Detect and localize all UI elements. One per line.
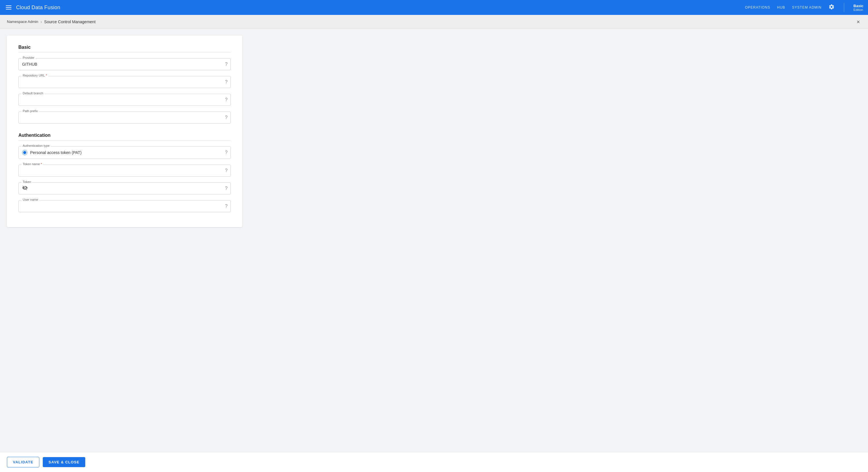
close-button[interactable]: × <box>856 18 861 26</box>
nav-hub[interactable]: HUB <box>777 5 785 9</box>
path-prefix-input[interactable] <box>22 115 219 120</box>
breadcrumb-separator: › <box>40 20 42 24</box>
token-name-field-group: Token name * ? <box>19 165 231 177</box>
breadcrumb-parent[interactable]: Namespace Admin <box>7 20 38 24</box>
provider-field-group: Provider GITHUB GITLAB BITBUCKET ? <box>19 58 231 70</box>
auth-type-pat-radio[interactable] <box>22 150 27 155</box>
token-name-input[interactable] <box>22 168 219 173</box>
username-field-group: User name ? <box>19 200 231 212</box>
auth-section: Authentication Authentication type Perso… <box>19 133 231 212</box>
provider-label: Provider <box>22 56 36 59</box>
token-help-icon[interactable]: ? <box>225 186 228 191</box>
token-wrapper: Token ? <box>19 182 231 194</box>
token-name-help-icon[interactable]: ? <box>225 168 228 173</box>
token-label: Token <box>22 180 32 183</box>
form-card: Basic Provider GITHUB GITLAB BITBUCKET ? <box>7 36 242 227</box>
main-content: Basic Provider GITHUB GITLAB BITBUCKET ? <box>0 29 868 455</box>
nav-system-admin[interactable]: SYSTEM ADMIN <box>792 5 822 9</box>
app-header: Cloud Data Fusion OPERATIONS HUB SYSTEM … <box>0 0 868 15</box>
breadcrumb-current: Source Control Management <box>44 20 96 24</box>
nav-operations[interactable]: OPERATIONS <box>745 5 770 9</box>
menu-toggle[interactable] <box>5 4 12 11</box>
username-label: User name <box>22 198 39 201</box>
default-branch-help-icon[interactable]: ? <box>225 97 228 102</box>
provider-wrapper: Provider GITHUB GITLAB BITBUCKET ? <box>19 58 231 70</box>
default-branch-label: Default branch <box>22 92 44 95</box>
repo-url-label: Repository URL * <box>22 74 48 77</box>
token-name-label: Token name * <box>22 162 43 166</box>
username-help-icon[interactable]: ? <box>225 204 228 209</box>
header-divider <box>844 3 844 12</box>
repo-url-field-group: Repository URL * ? <box>19 76 231 88</box>
path-prefix-field-group: Path prefix ? <box>19 111 231 124</box>
token-name-wrapper: Token name * ? <box>19 165 231 177</box>
save-close-button[interactable]: SAVE & CLOSE <box>43 457 85 467</box>
auth-type-pat-label: Personal access token (PAT) <box>30 150 82 155</box>
settings-icon[interactable] <box>828 4 835 11</box>
header-left: Cloud Data Fusion <box>5 4 745 11</box>
auth-type-wrapper: Authentication type Personal access toke… <box>19 146 231 159</box>
basic-section: Basic Provider GITHUB GITLAB BITBUCKET ? <box>19 45 231 124</box>
path-prefix-wrapper: Path prefix ? <box>19 111 231 124</box>
username-input[interactable] <box>22 204 219 208</box>
auth-type-pat-option[interactable]: Personal access token (PAT) <box>22 150 219 155</box>
header-right: OPERATIONS HUB SYSTEM ADMIN Basic Editio… <box>745 3 863 12</box>
visibility-off-icon[interactable] <box>22 185 28 192</box>
provider-help-icon[interactable]: ? <box>225 62 228 67</box>
action-bar: VALIDATE SAVE & CLOSE <box>0 452 868 472</box>
repo-url-help-icon[interactable]: ? <box>225 79 228 85</box>
token-field-group: Token ? <box>19 182 231 194</box>
auth-type-help-icon[interactable]: ? <box>225 150 228 155</box>
provider-select[interactable]: GITHUB GITLAB BITBUCKET <box>22 62 219 67</box>
breadcrumb-bar: Namespace Admin › Source Control Managem… <box>0 15 868 29</box>
path-prefix-help-icon[interactable]: ? <box>225 115 228 120</box>
edition-line1: Basic <box>854 4 863 8</box>
auth-type-label: Authentication type <box>22 144 51 147</box>
basic-section-title: Basic <box>19 45 231 50</box>
auth-type-field-group: Authentication type Personal access toke… <box>19 146 231 159</box>
app-title: Cloud Data Fusion <box>16 5 60 11</box>
edition-line2: Edition <box>854 8 863 11</box>
auth-section-title: Authentication <box>19 133 231 138</box>
default-branch-field-group: Default branch ? <box>19 94 231 106</box>
path-prefix-label: Path prefix <box>22 109 39 113</box>
breadcrumb: Namespace Admin › Source Control Managem… <box>7 20 96 24</box>
token-input[interactable] <box>28 186 219 191</box>
repo-url-wrapper: Repository URL * ? <box>19 76 231 88</box>
validate-button[interactable]: VALIDATE <box>7 457 39 467</box>
repo-url-input[interactable] <box>22 80 219 84</box>
default-branch-input[interactable] <box>22 98 219 102</box>
basic-section-divider <box>19 52 231 53</box>
username-wrapper: User name ? <box>19 200 231 212</box>
default-branch-wrapper: Default branch ? <box>19 94 231 106</box>
edition-badge: Basic Edition <box>854 4 863 11</box>
